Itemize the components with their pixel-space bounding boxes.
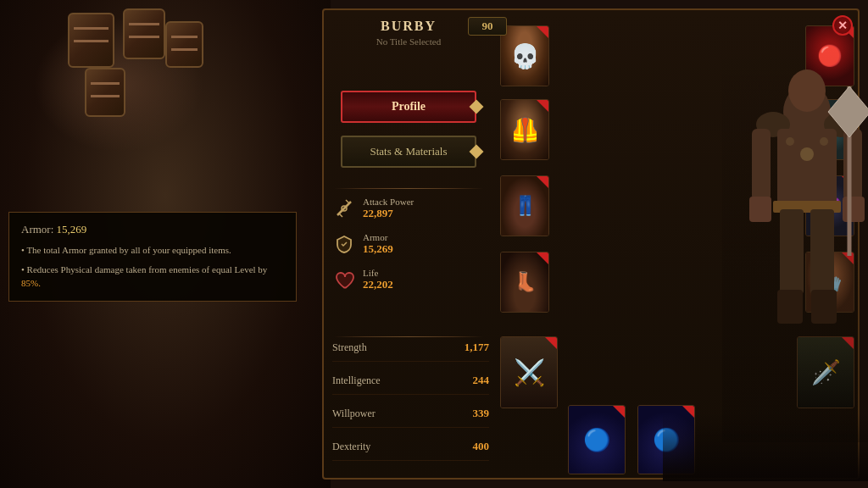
- weapon2-item: 🗡️: [798, 337, 854, 408]
- svg-point-6: [756, 112, 790, 137]
- barrel-decoration: [165, 21, 203, 68]
- stats-tab-diamond: [470, 145, 484, 159]
- tab-stats-label: Stats & Materials: [370, 145, 448, 158]
- stat-armor[interactable]: Armor 15,269: [332, 232, 489, 256]
- armor-text: Armor 15,269: [363, 232, 393, 256]
- ring2-item: 💜: [806, 176, 854, 236]
- tab-profile[interactable]: Profile: [341, 91, 476, 123]
- amulet-item: 🔴: [806, 26, 854, 86]
- stat-willpower: Willpower 339: [332, 407, 489, 428]
- chest-slot[interactable]: 🦺: [500, 99, 549, 160]
- weapon1-slot[interactable]: ⚔️: [500, 336, 558, 408]
- armor-icon: [332, 232, 356, 256]
- amulet-slot[interactable]: 🔴: [805, 25, 854, 86]
- offhand1-item: 🔵: [569, 406, 625, 474]
- legs-slot[interactable]: 👖: [500, 175, 549, 236]
- gloves-slot[interactable]: 🧤: [805, 252, 854, 313]
- attack-power-icon: [332, 197, 356, 220]
- helm-slot[interactable]: 💀: [500, 25, 549, 86]
- secondary-stats: Strength 1,177 Intelligence 244 Willpowe…: [332, 341, 489, 473]
- profile-tab-diamond: [470, 100, 484, 114]
- legs-item: 👖: [501, 176, 548, 236]
- life-text: Life 22,202: [363, 268, 393, 291]
- character-title: No Title Selected: [324, 36, 493, 47]
- stat-intelligence: Intelligence 244: [332, 374, 489, 395]
- offhand2-slot[interactable]: 🔵: [637, 405, 695, 474]
- svg-point-21: [786, 137, 794, 146]
- ring1-item: 💎: [806, 100, 854, 159]
- svg-rect-10: [780, 209, 804, 294]
- chest-item: 🦺: [501, 100, 548, 159]
- divider-2: [334, 336, 483, 337]
- main-panel: ✕ 90 BURBY No Title Selected Profile Sta…: [322, 8, 860, 480]
- svg-rect-12: [752, 129, 771, 201]
- tooltip-body: • The total Armor granted by all of your…: [21, 243, 284, 291]
- svg-rect-14: [749, 197, 771, 222]
- boots-item: 👢: [501, 252, 548, 312]
- tab-profile-label: Profile: [392, 100, 426, 114]
- attack-power-text: Attack Power 22,897: [363, 197, 414, 220]
- boots-slot[interactable]: 👢: [500, 252, 549, 313]
- offhand2-item: 🔵: [638, 406, 694, 474]
- barrel-decoration: [85, 68, 125, 117]
- helm-item: 💀: [501, 26, 548, 86]
- divider-1: [334, 188, 483, 189]
- weapon1-item: ⚔️: [501, 337, 557, 408]
- level-value: 90: [482, 19, 493, 33]
- life-icon: [332, 268, 356, 291]
- svg-rect-16: [777, 290, 803, 324]
- tab-stats-materials[interactable]: Stats & Materials: [341, 136, 476, 168]
- offhand1-slot[interactable]: 🔵: [568, 405, 626, 474]
- barrel-decoration: [68, 13, 114, 68]
- weapon2-slot[interactable]: 🗡️: [797, 336, 854, 408]
- gloves-item: 🧤: [806, 252, 854, 312]
- stat-life: Life 22,202: [332, 268, 489, 291]
- stat-attack-power: Attack Power 22,897: [332, 197, 489, 220]
- equipment-area: 💀 🦺 👖 👢 ⚔️ 🔴 💎 💜 🧤 🗡️: [493, 10, 861, 481]
- svg-line-1: [339, 214, 342, 217]
- tooltip-title: Armor: 15,269: [21, 223, 284, 236]
- ring1-slot[interactable]: 💎: [805, 99, 854, 160]
- stats-panel: BURBY No Title Selected Profile Stats & …: [324, 10, 493, 481]
- stat-dexterity: Dexterity 400: [332, 440, 489, 461]
- armor-tooltip: Armor: 15,269 • The total Armor granted …: [8, 212, 297, 302]
- close-button[interactable]: ✕: [832, 15, 853, 36]
- barrel-decoration: [123, 8, 165, 59]
- primary-stats: Attack Power 22,897 Armor 15,269: [332, 197, 489, 303]
- level-badge: 90: [468, 17, 507, 36]
- stat-strength: Strength 1,177: [332, 341, 489, 362]
- ring2-slot[interactable]: 💜: [805, 175, 854, 236]
- svg-line-2: [346, 200, 349, 203]
